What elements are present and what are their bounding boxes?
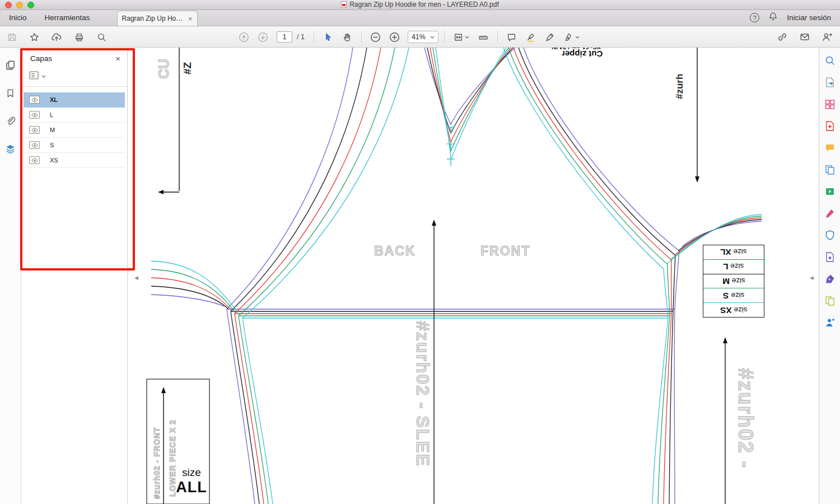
compare-files-button[interactable]	[823, 293, 837, 308]
fill-sign-button[interactable]	[823, 206, 837, 221]
layers-panel-close-button[interactable]: ×	[115, 54, 120, 63]
pattern-front-label: FRONT	[480, 244, 530, 259]
layers-options-button[interactable]	[29, 71, 39, 82]
sign-in-button[interactable]: Iniciar sesión	[787, 13, 831, 22]
zoom-out-button[interactable]	[367, 29, 384, 45]
layer-label: S	[50, 142, 54, 148]
panel-options-icon	[29, 71, 39, 80]
layer-visibility-toggle[interactable]	[29, 141, 40, 149]
envelope-icon	[800, 32, 810, 42]
add-person-icon	[822, 32, 832, 42]
collapse-right-panel-button[interactable]: ◀	[810, 275, 814, 281]
caret-down-icon	[575, 36, 580, 39]
zoom-in-icon	[389, 32, 400, 43]
ink-pen-dropdown[interactable]	[561, 29, 583, 45]
combine-files-icon	[824, 164, 836, 175]
zoom-in-button[interactable]	[386, 29, 403, 45]
notifications-bell-button[interactable]	[768, 12, 778, 24]
document-canvas[interactable]: BACK FRONT #zurh02 - SLEE #zurh02 - #zur…	[128, 48, 819, 504]
measure-tool-button[interactable]	[475, 29, 492, 45]
hand-tool-button[interactable]	[339, 29, 356, 45]
layers-button[interactable]	[2, 141, 19, 157]
export-pdf-button[interactable]	[823, 75, 837, 90]
size-table-row: size S	[703, 288, 764, 303]
share-upload-button[interactable]	[48, 29, 65, 45]
layer-row-l[interactable]: L	[24, 108, 125, 123]
layer-visibility-toggle[interactable]	[29, 96, 40, 104]
share-with-people-button[interactable]	[819, 29, 836, 45]
window-title: Ragran Zip Up Hoodie for men - LAYERED A…	[0, 1, 840, 10]
create-pdf-icon	[824, 120, 836, 132]
caret-down-icon	[41, 75, 46, 78]
sign-tool-button[interactable]	[542, 29, 558, 45]
pointer-icon	[324, 32, 333, 41]
send-signature-person-icon	[824, 317, 836, 328]
tab-document[interactable]: Ragran Zip Up Ho… ×	[117, 11, 198, 26]
layer-row-m[interactable]: M	[24, 123, 125, 138]
bookmarks-button[interactable]	[2, 85, 19, 101]
print-button[interactable]	[71, 29, 87, 45]
zoom-out-icon	[370, 32, 381, 43]
search-icon	[97, 32, 106, 42]
send-email-button[interactable]	[796, 29, 813, 45]
tab-bar: Inicio Herramientas Ragran Zip Up Ho… × …	[0, 10, 840, 26]
paperclip-icon	[6, 116, 16, 126]
layer-row-s[interactable]: S	[24, 138, 125, 153]
layers-panel-title: Capas	[30, 54, 115, 63]
save-icon	[7, 32, 17, 42]
highlight-tool-button[interactable]	[522, 29, 539, 45]
help-button[interactable]: ?	[750, 13, 759, 22]
edit-media-icon	[824, 186, 836, 197]
next-page-button[interactable]	[254, 29, 271, 45]
zoom-level-dropdown[interactable]: 41%	[408, 31, 438, 43]
right-tools-rail	[819, 48, 840, 504]
layer-label: XL	[50, 96, 58, 103]
tab-tools[interactable]: Herramientas	[36, 10, 99, 26]
comment-icon	[507, 32, 516, 42]
page-thumbnails-icon	[5, 60, 16, 71]
page-number-input[interactable]	[277, 31, 292, 43]
save-button[interactable]	[3, 29, 20, 45]
layer-row-xs[interactable]: XS	[24, 153, 125, 168]
comment-tool-button[interactable]	[503, 29, 520, 45]
layers-list: XL L M S	[21, 87, 127, 168]
collapse-left-panel-button[interactable]: ◀	[134, 275, 138, 281]
pattern-right-piece-label: #zurh02 -	[734, 368, 757, 469]
page-fit-dropdown[interactable]	[450, 29, 473, 45]
layer-row-xl[interactable]: XL	[24, 92, 125, 108]
action-wizard-button[interactable]	[823, 250, 837, 264]
size-table-row: size XL	[703, 245, 764, 260]
create-pdf-button[interactable]	[823, 119, 837, 133]
fill-sign-icon	[824, 208, 836, 219]
protect-pdf-button[interactable]	[823, 228, 837, 242]
layer-visibility-toggle[interactable]	[29, 156, 40, 164]
size-table-row: size L	[703, 260, 764, 274]
search-button[interactable]	[93, 29, 110, 45]
page-thumbnails-button[interactable]	[2, 57, 19, 73]
previous-page-button[interactable]	[235, 29, 252, 45]
page-up-icon	[239, 32, 249, 43]
share-link-button[interactable]	[774, 29, 791, 45]
fountain-pen-icon	[545, 32, 554, 42]
document-tab-label: Ragran Zip Up Ho…	[122, 15, 185, 22]
caret-down-icon	[430, 36, 435, 39]
favorite-button[interactable]	[26, 29, 43, 45]
layer-visibility-toggle[interactable]	[29, 126, 40, 134]
comments-tool-icon	[824, 142, 836, 153]
edit-media-button[interactable]	[823, 184, 837, 199]
comments-tool-button[interactable]	[823, 141, 837, 155]
close-tab-button[interactable]: ×	[188, 15, 193, 22]
certificates-button[interactable]	[823, 272, 837, 286]
organize-pages-button[interactable]	[823, 97, 837, 111]
select-tool-button[interactable]	[320, 29, 337, 45]
attachments-button[interactable]	[2, 113, 19, 129]
tab-home[interactable]: Inicio	[0, 10, 36, 26]
search-tools-button[interactable]	[823, 53, 837, 68]
organize-pages-icon	[824, 99, 836, 110]
page-down-icon	[258, 32, 268, 43]
send-for-signature-button[interactable]	[823, 315, 837, 330]
combine-files-button[interactable]	[823, 162, 837, 177]
pattern-size-all-label: size ALL	[175, 466, 208, 496]
pattern-edge-text-left: CU	[156, 59, 172, 79]
layer-visibility-toggle[interactable]	[29, 111, 40, 119]
